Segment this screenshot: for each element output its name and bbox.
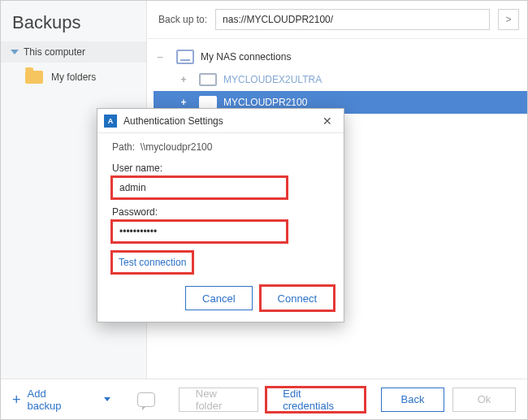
- back-button[interactable]: Back: [381, 388, 444, 412]
- dialog-footer: Cancel Connect: [97, 278, 344, 322]
- edit-credentials-button[interactable]: Edit credentials: [266, 388, 365, 412]
- page-title: Backups: [1, 1, 146, 41]
- destination-bar: Back up to: >: [147, 1, 527, 39]
- authentication-settings-dialog: A Authentication Settings ✕ Path: \\mycl…: [97, 108, 344, 323]
- device-icon: [199, 96, 217, 109]
- path-prefix: Path:: [112, 141, 135, 153]
- chevron-down-icon[interactable]: [104, 397, 110, 401]
- tree-root-label: My NAS connections: [201, 51, 291, 63]
- connect-button[interactable]: Connect: [261, 286, 334, 310]
- test-connection-link[interactable]: Test connection: [112, 252, 193, 273]
- device-icon: [199, 73, 217, 86]
- plus-icon: +: [12, 392, 21, 407]
- add-backup-label: Add backup: [28, 388, 73, 412]
- expand-icon[interactable]: +: [178, 97, 189, 108]
- folder-icon: [25, 71, 43, 84]
- new-folder-button: New folder: [179, 388, 258, 412]
- collapse-icon[interactable]: –: [154, 51, 167, 63]
- tree-item-label: MYCLOUDPR2100: [223, 97, 307, 108]
- app-icon: A: [104, 115, 117, 128]
- sidebar-section-this-computer[interactable]: This computer: [1, 41, 146, 63]
- password-input[interactable]: •••••••••••: [112, 221, 287, 242]
- dialog-path: Path: \\mycloudpr2100: [112, 141, 329, 153]
- add-backup-button[interactable]: + Add backup: [12, 388, 110, 412]
- expand-path-button[interactable]: >: [498, 9, 519, 30]
- ok-button: Ok: [452, 388, 516, 412]
- app-window: Backups This computer My folders Back up…: [0, 0, 528, 420]
- tree-root[interactable]: – My NAS connections: [154, 45, 527, 68]
- sidebar-item-my-folders[interactable]: My folders: [1, 63, 146, 92]
- tree-item-mycloudex2ultra[interactable]: + MYCLOUDEX2ULTRA: [154, 68, 527, 91]
- backup-destination-input[interactable]: [215, 9, 490, 30]
- dialog-body: Path: \\mycloudpr2100 User name: admin P…: [97, 133, 344, 278]
- cancel-button[interactable]: Cancel: [185, 286, 252, 310]
- backup-to-label: Back up to:: [158, 14, 207, 25]
- expand-icon[interactable]: +: [178, 74, 189, 85]
- sidebar-section-label: This computer: [24, 46, 85, 58]
- nas-icon: [176, 50, 194, 64]
- close-icon[interactable]: ✕: [318, 111, 337, 131]
- username-label: User name:: [112, 162, 329, 174]
- comment-icon[interactable]: [137, 392, 155, 407]
- path-value: \\mycloudpr2100: [141, 141, 213, 153]
- username-input[interactable]: admin: [112, 177, 287, 198]
- footer-bar: + Add backup New folder Edit credentials…: [1, 379, 527, 419]
- sidebar-item-label: My folders: [51, 71, 96, 83]
- tree-item-label: MYCLOUDEX2ULTRA: [223, 74, 322, 85]
- password-label: Password:: [112, 206, 329, 218]
- dialog-title: Authentication Settings: [123, 115, 311, 127]
- dialog-titlebar[interactable]: A Authentication Settings ✕: [97, 109, 344, 133]
- chevron-down-icon: [11, 50, 19, 54]
